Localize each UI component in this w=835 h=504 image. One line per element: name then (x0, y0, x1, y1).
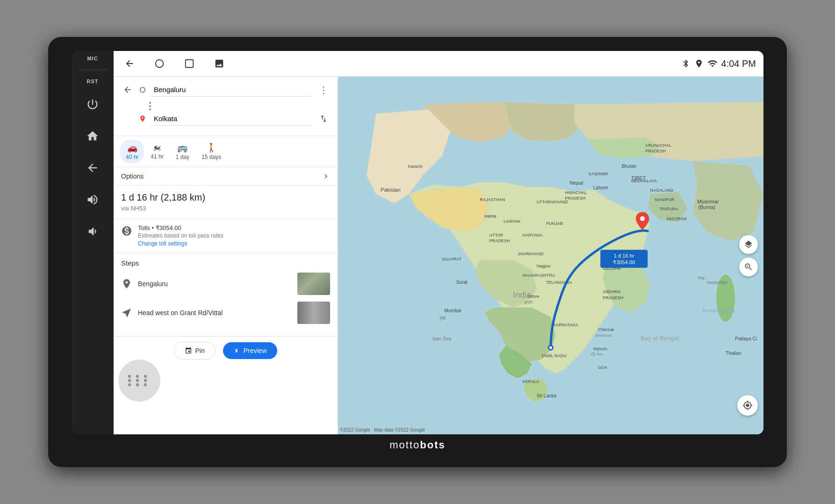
svg-text:(Burma): (Burma) (698, 205, 715, 210)
svg-text:Bhutan: Bhutan (622, 164, 637, 169)
my-location-button[interactable] (737, 395, 758, 416)
destination-input[interactable]: Kolkata (150, 112, 312, 126)
nav-gallery-button[interactable] (211, 55, 228, 72)
transport-bus[interactable]: 🚌 1 day (170, 140, 195, 163)
home-button[interactable] (81, 124, 104, 148)
svg-text:Myanmar: Myanmar (697, 199, 719, 204)
svg-point-61 (640, 216, 645, 221)
svg-text:India: India (513, 291, 532, 300)
svg-text:Karachi: Karachi (408, 164, 423, 169)
svg-text:UTTAR: UTTAR (489, 233, 504, 238)
destination-row: Kolkata (120, 111, 331, 126)
svg-text:मुंबई: मुंबई (439, 315, 446, 321)
svg-text:Lucknow: Lucknow (504, 219, 520, 223)
toll-row: Tolls • ₹3054.00 Estimates based on toll… (121, 224, 330, 247)
svg-text:Pakistan: Pakistan (381, 187, 401, 193)
dialpad-dot (144, 375, 147, 378)
dialpad-dot (128, 375, 131, 378)
dialpad-grid (128, 375, 151, 386)
pin-icon (185, 347, 192, 354)
action-bar: Pin Preview (114, 336, 338, 364)
svg-text:Pattaya Ci: Pattaya Ci (735, 337, 757, 342)
svg-text:Chennai: Chennai (598, 327, 614, 332)
toll-estimate: Estimates based on toll pass rates (138, 232, 223, 239)
change-toll-link[interactable]: Change toll settings (138, 240, 187, 247)
svg-text:ANDHRA: ANDHRA (603, 289, 621, 294)
main-screen: 4:04 PM (114, 51, 763, 434)
dialpad-dot (136, 383, 139, 386)
options-row[interactable]: Options (114, 167, 338, 186)
origin-input[interactable]: Bengaluru (150, 83, 312, 97)
svg-text:TRIPURA: TRIPURA (660, 207, 679, 211)
pin-button[interactable]: Pin (174, 342, 215, 360)
walk-time: 15 days (202, 154, 221, 160)
svg-text:KASHMIR: KASHMIR (589, 172, 608, 176)
map-svg: Pakistan Karachi RAJASTHAN GUJARAT Surat… (338, 77, 763, 434)
step-bengaluru-thumbnail (297, 273, 330, 295)
dialpad-dot (144, 379, 147, 382)
sidebar-divider-1 (79, 70, 107, 70)
svg-text:1 d 16 hr: 1 d 16 hr (614, 253, 634, 259)
svg-text:Surat: Surat (456, 280, 468, 285)
rst-label: RST (87, 79, 99, 84)
zoom-in-button[interactable] (739, 258, 758, 276)
svg-text:Sri Lanka: Sri Lanka (537, 393, 557, 398)
device: MIC RST (48, 37, 787, 467)
steps-title: Steps (121, 259, 330, 267)
map-controls-right (739, 235, 758, 276)
volume-down-button[interactable] (81, 220, 104, 243)
content-area: Bengaluru ⋮ (114, 77, 763, 434)
toll-info: Tolls • ₹3054.00 Estimates based on toll… (114, 219, 338, 253)
step-head-west-text: Head west on Grant Rd/Vittal (138, 309, 292, 317)
svg-text:ARUNACHAL: ARUNACHAL (645, 143, 671, 148)
top-bar: 4:04 PM (114, 51, 763, 77)
svg-text:HIMACHAL: HIMACHAL (565, 190, 587, 195)
volume-up-button[interactable] (81, 188, 104, 211)
nav-home-circle-button[interactable] (151, 55, 168, 72)
transport-bike[interactable]: 🏍 41 hr (145, 140, 169, 163)
dialpad-overlay[interactable] (118, 360, 160, 402)
svg-text:Bay of Bengal: Bay of Bengal (641, 335, 679, 342)
svg-point-0 (156, 60, 164, 68)
route-duration: 1 d 16 hr (2,188 km) (121, 192, 330, 203)
map-copyright: ©2022 Google · Map data ©2022 Google (340, 427, 425, 432)
pin-label: Pin (195, 347, 204, 354)
svg-text:GOA: GOA (598, 365, 608, 370)
svg-text:GUJARAT: GUJARAT (442, 257, 461, 261)
svg-text:ಮೈಸೂರು: ಮೈಸೂರು (591, 352, 603, 357)
svg-text:JHARKHAND: JHARKHAND (518, 252, 544, 257)
nav-buttons (121, 55, 681, 72)
nav-square-button[interactable] (181, 55, 198, 72)
svg-text:UTTARAKHAND: UTTARAKHAND (537, 200, 569, 204)
svg-text:इन्दौर: इन्दौर (524, 300, 533, 305)
more-options-button[interactable]: ⋮ (316, 82, 331, 97)
svg-point-2 (140, 87, 145, 93)
bluetooth-icon (681, 59, 691, 68)
transport-car[interactable]: 🚗 40 hr (120, 140, 144, 163)
route-search: Bengaluru ⋮ (114, 77, 338, 136)
svg-text:PRADESH: PRADESH (565, 196, 585, 201)
back-button[interactable] (81, 156, 104, 180)
svg-text:RAJASTHAN: RAJASTHAN (480, 197, 505, 202)
toll-label: Tolls • ₹3054.00 (138, 224, 223, 231)
preview-button[interactable]: Preview (223, 342, 277, 359)
wifi-icon (707, 58, 718, 69)
transport-walk[interactable]: 🚶 15 days (196, 140, 227, 163)
svg-text:KERALA: KERALA (522, 380, 540, 384)
destination-pin-icon (139, 115, 146, 122)
layers-button[interactable] (739, 235, 758, 254)
route-back-button[interactable] (120, 82, 135, 97)
svg-text:Thailan: Thailan (726, 351, 741, 356)
connector-dot-2 (149, 105, 151, 107)
power-button[interactable] (81, 93, 104, 116)
nav-back-button[interactable] (121, 55, 138, 72)
bike-time: 41 hr (151, 153, 163, 160)
svg-text:HARYANA: HARYANA (522, 233, 543, 238)
svg-text:Mumbai: Mumbai (445, 308, 461, 313)
status-bar: 4:04 PM (681, 58, 756, 69)
mic-label: MIC (87, 56, 98, 61)
svg-text:PRADESH: PRADESH (645, 149, 666, 153)
dialpad-dot (136, 375, 139, 378)
car-icon: 🚗 (127, 143, 137, 153)
swap-button[interactable] (316, 111, 331, 126)
